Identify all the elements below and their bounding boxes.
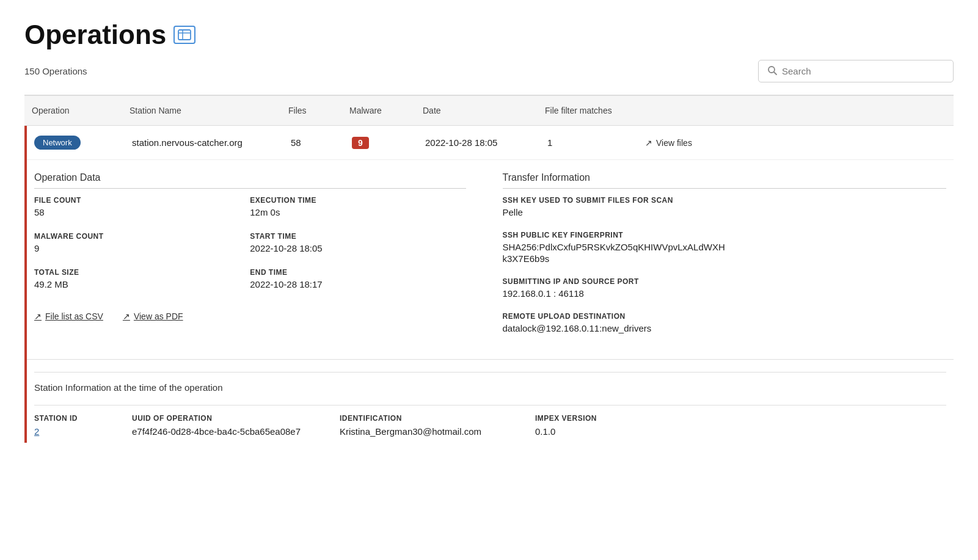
ssh-fingerprint-value2: k3X7E6b9s: [503, 253, 947, 264]
station-title-divider: [34, 405, 946, 405]
identification-value: Kristina_Bergman30@hotmail.com: [340, 426, 535, 437]
file-count-value: 58: [34, 207, 250, 217]
files-cell: 58: [283, 134, 345, 151]
malware-count-value: 9: [34, 243, 250, 253]
search-input[interactable]: [782, 66, 944, 76]
execution-time-item: EXECUTION TIME 12m 0s: [250, 196, 465, 217]
malware-cell: 9: [345, 133, 418, 153]
col-malware: Malware: [342, 102, 415, 119]
transfer-information-section: Transfer Information SSH KEY USED TO SUB…: [491, 172, 947, 347]
view-files-cell: ↗ View files: [638, 134, 954, 151]
end-time-label: END TIME: [250, 268, 465, 277]
table-header: Operation Station Name Files Malware Dat…: [24, 95, 954, 126]
impex-version-value: 0.1.0: [535, 426, 633, 437]
uuid-item: UUID OF OPERATION e7f4f246-0d28-4bce-ba4…: [132, 414, 340, 437]
operations-count: 150 Operations: [24, 66, 87, 76]
ssh-fingerprint-value: SHA256:PdlxCxfuP5RSKvkZO5qKHIWVpvLxALdWX…: [503, 242, 947, 252]
uuid-label: UUID OF OPERATION: [132, 414, 340, 423]
file-count-item: FILE COUNT 58: [34, 196, 250, 217]
malware-count-item: MALWARE COUNT 9: [34, 232, 250, 253]
search-container: [758, 60, 954, 82]
col-date: Date: [415, 102, 538, 119]
remote-upload-label: REMOTE UPLOAD DESTINATION: [503, 312, 947, 321]
remote-upload-item: REMOTE UPLOAD DESTINATION datalock@192.1…: [503, 312, 947, 333]
ssh-key-label: SSH KEY USED TO SUBMIT FILES FOR SCAN: [503, 196, 947, 205]
ssh-fingerprint-label: SSH PUBLIC KEY FINGERPRINT: [503, 231, 947, 239]
submitting-ip-value: 192.168.0.1 : 46118: [503, 288, 947, 299]
submitting-ip-label: SUBMITTING IP AND SOURCE PORT: [503, 277, 947, 286]
end-time-value: 2022-10-28 18:17: [250, 279, 465, 289]
csv-arrow-icon: ↗: [34, 311, 42, 321]
links-row: ↗ File list as CSV ↗ View as PDF: [34, 307, 466, 321]
expanded-table-row: Network station.nervous-catcher.org 58 9…: [24, 126, 954, 443]
uuid-value: e7f4f246-0d28-4bce-ba4c-5cba65ea08e7: [132, 426, 340, 437]
table-icon: [173, 26, 195, 44]
identification-label: IDENTIFICATION: [340, 414, 535, 423]
col-actions: [635, 102, 954, 119]
submitting-ip-item: SUBMITTING IP AND SOURCE PORT 192.168.0.…: [503, 277, 947, 299]
start-time-item: START TIME 2022-10-28 18:05: [250, 232, 465, 253]
total-size-item: TOTAL SIZE 49.2 MB: [34, 268, 250, 289]
operation-data-section: Operation Data FILE COUNT 58 EXECUTION T…: [34, 172, 491, 347]
start-time-label: START TIME: [250, 232, 465, 241]
station-info-content: Station Information at the time of the o…: [34, 373, 946, 437]
operation-data-grid: FILE COUNT 58 EXECUTION TIME 12m 0s MALW…: [34, 196, 466, 304]
remote-upload-value: datalock@192.168.0.11:new_drivers: [503, 323, 947, 333]
station-id-value[interactable]: 2: [34, 426, 39, 437]
file-filter-cell: 1: [540, 134, 638, 151]
svg-line-4: [774, 72, 776, 75]
page-title: Operations: [24, 20, 166, 50]
station-id-label: STATION ID: [34, 414, 132, 423]
station-information-section: Station Information at the time of the o…: [27, 360, 954, 443]
identification-item: IDENTIFICATION Kristina_Bergman30@hotmai…: [340, 414, 535, 437]
ssh-fingerprint-item: SSH PUBLIC KEY FINGERPRINT SHA256:PdlxCx…: [503, 231, 947, 264]
execution-time-value: 12m 0s: [250, 207, 465, 217]
col-station-name: Station Name: [122, 102, 281, 119]
title-row: Operations: [24, 20, 954, 50]
station-info-title: Station Information at the time of the o…: [34, 382, 946, 398]
ssh-key-item: SSH KEY USED TO SUBMIT FILES FOR SCAN Pe…: [503, 196, 947, 217]
transfer-info-title: Transfer Information: [503, 172, 947, 189]
view-files-label: View files: [656, 138, 692, 148]
view-pdf-button[interactable]: ↗ View as PDF: [123, 311, 183, 321]
file-count-label: FILE COUNT: [34, 196, 250, 205]
col-files: Files: [281, 102, 342, 119]
operation-cell: Network: [27, 132, 125, 153]
operation-data-title: Operation Data: [34, 172, 466, 189]
col-file-filter: File filter matches: [538, 102, 635, 119]
malware-badge: 9: [352, 137, 369, 149]
impex-version-item: IMPEX VERSION 0.1.0: [535, 414, 633, 437]
end-time-item: END TIME 2022-10-28 18:17: [250, 268, 465, 289]
svg-rect-0: [178, 30, 191, 40]
station-grid: STATION ID 2 UUID OF OPERATION e7f4f246-…: [34, 414, 946, 437]
total-size-label: TOTAL SIZE: [34, 268, 250, 277]
arrow-out-icon: ↗: [645, 138, 652, 148]
file-list-csv-button[interactable]: ↗ File list as CSV: [34, 311, 103, 321]
expanded-details: Operation Data FILE COUNT 58 EXECUTION T…: [27, 160, 954, 360]
pdf-label: View as PDF: [134, 311, 183, 321]
station-name-cell: station.nervous-catcher.org: [125, 134, 283, 151]
impex-version-label: IMPEX VERSION: [535, 414, 633, 423]
main-page: Operations 150 Operations Operation Stat…: [0, 0, 978, 462]
station-id-item: STATION ID 2: [34, 414, 132, 437]
view-files-button[interactable]: ↗ View files: [645, 138, 692, 148]
row-main: Network station.nervous-catcher.org 58 9…: [27, 126, 954, 160]
total-size-value: 49.2 MB: [34, 279, 250, 289]
malware-count-label: MALWARE COUNT: [34, 232, 250, 241]
pdf-arrow-icon: ↗: [123, 311, 130, 321]
csv-label: File list as CSV: [45, 311, 103, 321]
start-time-value: 2022-10-28 18:05: [250, 243, 465, 253]
network-badge[interactable]: Network: [34, 136, 81, 150]
execution-time-label: EXECUTION TIME: [250, 196, 465, 205]
ssh-key-value: Pelle: [503, 207, 947, 217]
search-icon: [767, 65, 777, 77]
subtitle-row: 150 Operations: [24, 60, 954, 82]
date-cell: 2022-10-28 18:05: [418, 134, 540, 151]
col-operation: Operation: [24, 102, 122, 119]
